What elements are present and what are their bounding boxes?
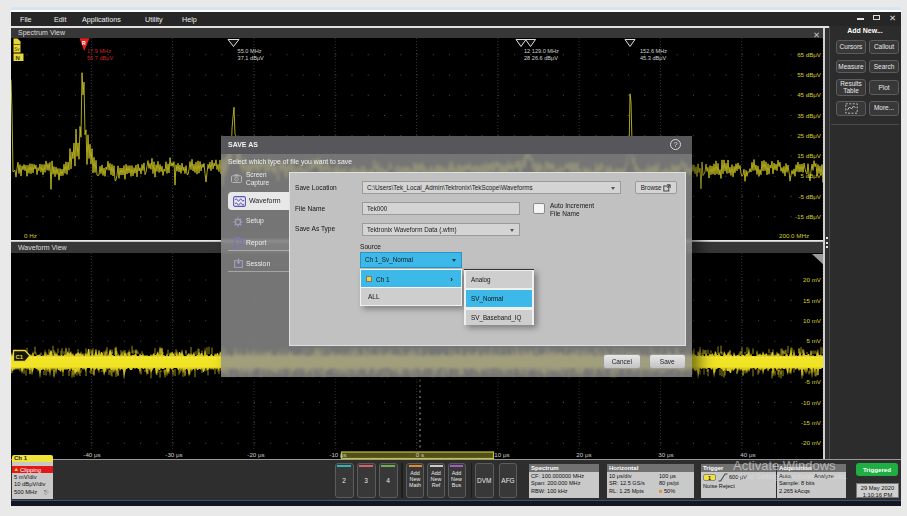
svg-text:10 mV: 10 mV bbox=[803, 317, 822, 324]
svg-text:55 dBμV: 55 dBμV bbox=[797, 71, 822, 78]
svg-text:C1: C1 bbox=[16, 353, 24, 359]
svg-text:30 μs: 30 μs bbox=[658, 451, 673, 458]
svg-text:45 dBμV: 45 dBμV bbox=[797, 91, 822, 98]
svg-text:55.0 MHz: 55.0 MHz bbox=[238, 47, 262, 53]
svg-text:10 μs: 10 μs bbox=[494, 451, 509, 458]
svg-text:-15 dBμV: -15 dBμV bbox=[795, 212, 822, 219]
svg-text:20 mV: 20 mV bbox=[803, 276, 822, 283]
svg-text:-15 mV: -15 mV bbox=[801, 419, 822, 426]
svg-text:152.6 MHz: 152.6 MHz bbox=[640, 47, 667, 53]
svg-text:5 mV: 5 mV bbox=[807, 337, 822, 344]
svg-text:25 dBμV: 25 dBμV bbox=[797, 131, 822, 138]
svg-text:45.3 dBμV: 45.3 dBμV bbox=[640, 54, 667, 60]
svg-text:Sv: Sv bbox=[14, 47, 20, 52]
svg-text:0 Hz: 0 Hz bbox=[24, 231, 37, 238]
svg-text:-40 μs: -40 μs bbox=[83, 451, 100, 458]
svg-text:-5 mV: -5 mV bbox=[804, 378, 821, 385]
svg-text:-20 mV: -20 mV bbox=[801, 439, 822, 446]
svg-text:65 dBμV: 65 dBμV bbox=[797, 50, 822, 57]
svg-text:20 μs: 20 μs bbox=[576, 451, 591, 458]
svg-text:37.1 dBμV: 37.1 dBμV bbox=[238, 54, 265, 60]
svg-text:-10 μs: -10 μs bbox=[329, 451, 346, 458]
svg-text:N: N bbox=[16, 54, 20, 60]
svg-text:-30 μs: -30 μs bbox=[165, 451, 182, 458]
svg-text:17.9 MHz: 17.9 MHz bbox=[87, 47, 111, 53]
svg-text:56.7 dBμV: 56.7 dBμV bbox=[87, 54, 114, 60]
svg-text:12 129.0 MHz: 12 129.0 MHz bbox=[524, 47, 559, 53]
svg-text:R: R bbox=[82, 40, 86, 46]
svg-text:28 26.6 dBμV: 28 26.6 dBμV bbox=[524, 54, 558, 60]
svg-text:15 mV: 15 mV bbox=[803, 296, 822, 303]
svg-text:-20 μs: -20 μs bbox=[247, 451, 264, 458]
svg-text:15 dBμV: 15 dBμV bbox=[797, 152, 822, 159]
svg-text:40 μs: 40 μs bbox=[740, 451, 755, 458]
svg-text:-5 dBμV: -5 dBμV bbox=[799, 192, 822, 199]
svg-text:0 s: 0 s bbox=[416, 451, 424, 458]
svg-text:35 dBμV: 35 dBμV bbox=[797, 111, 822, 118]
svg-text:-10 mV: -10 mV bbox=[801, 398, 822, 405]
svg-text:200.0 MHz: 200.0 MHz bbox=[779, 231, 809, 238]
